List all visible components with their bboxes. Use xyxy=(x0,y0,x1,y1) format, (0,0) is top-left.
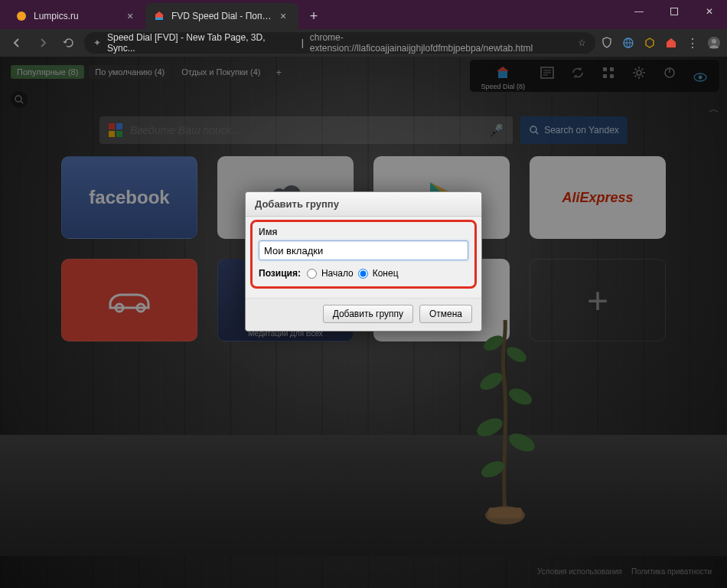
url-text: chrome-extension://llaficoajjainaijghjlo… xyxy=(310,32,566,54)
position-start-label: Начало xyxy=(321,268,354,279)
shield-icon[interactable] xyxy=(600,36,614,50)
address-bar: ✦ Speed Dial [FVD] - New Tab Page, 3D, S… xyxy=(0,29,727,57)
cube-icon[interactable] xyxy=(643,36,657,50)
page-hint: Speed Dial [FVD] - New Tab Page, 3D, Syn… xyxy=(107,32,295,54)
forward-button[interactable] xyxy=(32,32,54,54)
close-button[interactable]: ✕ xyxy=(692,0,727,23)
position-start-radio[interactable] xyxy=(307,269,317,279)
omnibox[interactable]: ✦ Speed Dial [FVD] - New Tab Page, 3D, S… xyxy=(84,32,595,54)
svg-point-0 xyxy=(17,11,26,21)
svg-point-5 xyxy=(712,39,716,44)
menu-dots-icon[interactable]: ⋮ xyxy=(686,36,699,50)
position-label: Позиция: xyxy=(259,268,301,279)
tab-strip: Lumpics.ru × FVD Speed Dial - Популярные… xyxy=(0,3,324,29)
dialog-title: Добавить группу xyxy=(246,192,481,217)
globe-icon[interactable] xyxy=(621,36,635,50)
favicon-lumpics xyxy=(15,10,28,22)
position-end-label: Конец xyxy=(373,268,399,279)
position-row: Позиция: Начало Конец xyxy=(259,268,468,279)
tab-speeddial[interactable]: FVD Speed Dial - Популярные × xyxy=(145,3,298,29)
svg-rect-1 xyxy=(155,18,163,20)
back-button[interactable] xyxy=(6,32,28,54)
name-label: Имя xyxy=(259,227,468,237)
avatar-icon[interactable] xyxy=(707,36,721,50)
favicon-speeddial xyxy=(153,10,165,22)
extension-icons: ⋮ xyxy=(600,36,721,50)
tab-close-icon[interactable]: × xyxy=(280,11,291,21)
minimize-button[interactable]: — xyxy=(621,0,657,23)
extension-icon: ✦ xyxy=(93,38,101,48)
submit-button[interactable]: Добавить группу xyxy=(323,305,413,323)
tab-close-icon[interactable]: × xyxy=(127,11,138,21)
house-icon[interactable] xyxy=(664,36,678,50)
speed-dial-page: Популярные (8) По умолчанию (4) Отдых и … xyxy=(0,57,727,588)
maximize-button[interactable] xyxy=(657,0,692,23)
position-end-radio[interactable] xyxy=(358,269,368,279)
reload-button[interactable] xyxy=(58,32,80,54)
tab-title: Lumpics.ru xyxy=(34,11,122,21)
window-titlebar: Lumpics.ru × FVD Speed Dial - Популярные… xyxy=(0,0,727,29)
tab-lumpics[interactable]: Lumpics.ru × xyxy=(8,3,145,29)
svg-rect-2 xyxy=(671,8,678,15)
window-controls: — ✕ xyxy=(621,0,727,23)
add-group-dialog: Добавить группу Имя Позиция: Начало Коне… xyxy=(245,191,482,332)
group-name-input[interactable] xyxy=(259,240,468,260)
bookmark-star-icon[interactable]: ☆ xyxy=(578,38,586,48)
cancel-button[interactable]: Отмена xyxy=(419,305,472,323)
new-tab-button[interactable]: + xyxy=(303,5,324,27)
tab-title: FVD Speed Dial - Популярные xyxy=(171,11,275,21)
highlighted-section: Имя Позиция: Начало Конец xyxy=(250,220,477,289)
